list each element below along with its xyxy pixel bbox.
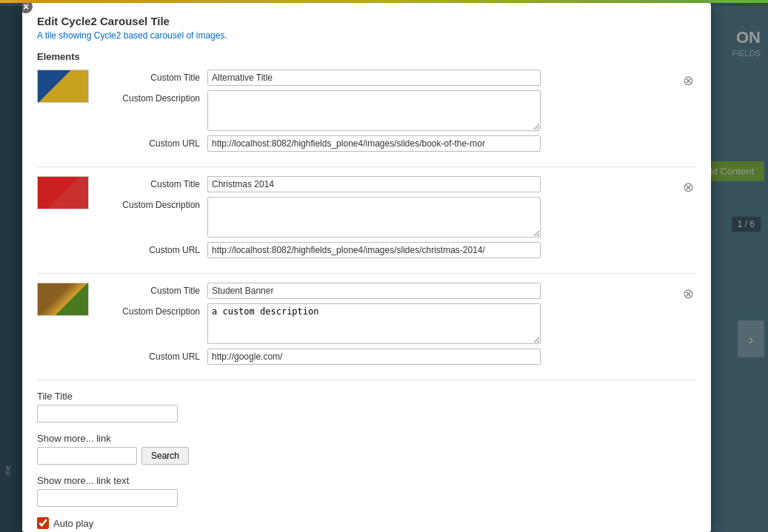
custom-desc-input-2[interactable] [207,197,541,238]
field-row-desc-1: Custom Description [96,90,674,131]
custom-title-input-2[interactable] [207,176,541,192]
auto-play-row: Auto play [37,517,696,529]
modal-title: Edit Cycle2 Carousel Tile [37,15,696,27]
thumbnail-2 [37,176,89,209]
thumbnail-3 [37,283,89,316]
show-more-link-row: Search [37,447,696,465]
element-row-1: Custom Title Custom Description Custom U… [37,70,696,156]
auto-play-label: Auto play [53,518,93,529]
field-row-url-1: Custom URL [96,135,674,152]
custom-url-input-3[interactable] [207,349,541,365]
show-more-link-input[interactable] [37,447,137,465]
custom-title-input-1[interactable] [207,70,541,86]
divider-3 [37,380,696,380]
show-more-link-text-label: Show more... link text [37,475,696,486]
custom-url-label-3: Custom URL [96,349,207,362]
field-row-title-1: Custom Title [96,70,674,86]
element-fields-2: Custom Title Custom Description Custom U… [96,176,674,263]
element-row-2: Custom Title Custom Description Custom U… [37,176,696,263]
field-row-title-3: Custom Title [96,283,674,299]
custom-url-label-1: Custom URL [96,135,207,149]
field-row-url-3: Custom URL [96,349,674,365]
thumb-book-img [38,70,88,102]
modal-subtitle: A tile showing Cycle2 based carousel of … [37,30,696,41]
tile-title-label: Tile Title [37,391,696,402]
custom-url-input-2[interactable] [207,242,541,258]
field-row-url-2: Custom URL [96,242,674,258]
thumb-xmas-img [38,177,88,209]
custom-title-label-1: Custom Title [96,70,207,83]
elements-label: Elements [37,51,696,62]
show-more-link-text-input[interactable] [37,489,178,507]
custom-url-input-1[interactable] [207,135,541,152]
close-button[interactable]: × [22,3,34,15]
divider-1 [37,166,696,167]
custom-desc-label-2: Custom Description [96,197,207,210]
element-fields-1: Custom Title Custom Description Custom U… [96,70,674,156]
modal-overlay: × Edit Cycle2 Carousel Tile A tile showi… [0,3,768,532]
show-more-link-section: Show more... link Search [37,433,696,465]
field-row-title-2: Custom Title [96,176,674,192]
show-more-link-label: Show more... link [37,433,696,444]
tile-title-input[interactable] [37,405,178,422]
custom-url-label-2: Custom URL [96,242,207,255]
remove-element-3-button[interactable]: ⊗ [680,286,696,302]
custom-title-input-3[interactable] [207,283,541,299]
edit-carousel-modal: × Edit Cycle2 Carousel Tile A tile showi… [22,3,711,532]
divider-2 [37,273,696,274]
custom-desc-input-1[interactable] [207,90,541,131]
auto-play-checkbox[interactable] [37,517,49,529]
element-fields-3: Custom Title Custom Description a custom… [96,283,674,369]
remove-element-1-button[interactable]: ⊗ [680,73,696,89]
field-row-desc-3: Custom Description a custom description [96,303,674,344]
field-row-desc-2: Custom Description [96,197,674,238]
custom-title-label-3: Custom Title [96,283,207,296]
remove-element-2-button[interactable]: ⊗ [680,179,696,195]
thumbnail-1 [37,70,89,103]
thumb-highfields-img [38,283,88,315]
custom-desc-label-1: Custom Description [96,90,207,104]
search-button[interactable]: Search [141,447,189,465]
element-row-3: Custom Title Custom Description a custom… [37,283,696,369]
custom-desc-input-3[interactable]: a custom description [207,303,541,344]
tile-title-section: Tile Title [37,391,696,422]
custom-desc-label-3: Custom Description [96,303,207,317]
show-more-link-text-section: Show more... link text [37,475,696,507]
custom-title-label-2: Custom Title [96,176,207,189]
